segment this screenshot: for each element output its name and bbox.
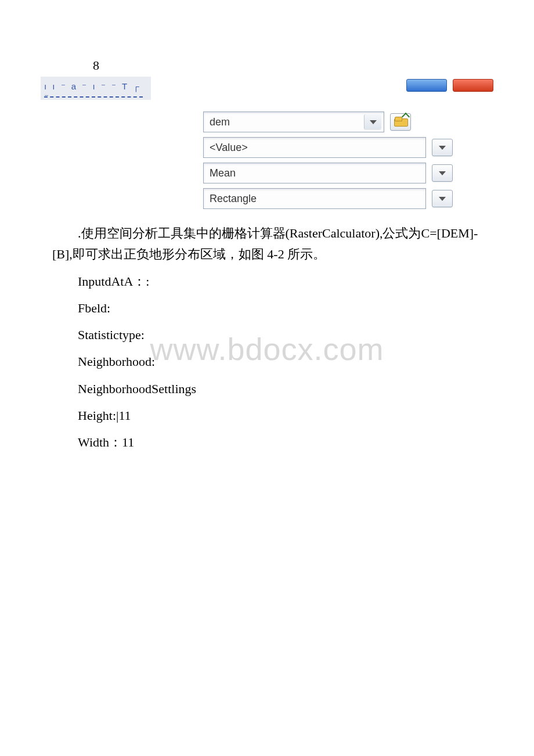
field-dropdown-button[interactable] (432, 139, 453, 156)
chevron-down-icon (439, 146, 446, 150)
input-data-row: dem (203, 111, 453, 132)
form-area: dem <Value> Mean (203, 111, 453, 209)
stat-type-row: Mean (203, 163, 453, 183)
main-paragraph: .使用空间分析工具集中的栅格计算器(RasterCalculator),公式为C… (52, 226, 478, 261)
label-width: Width：11 (52, 432, 482, 453)
field-select[interactable]: <Value> (203, 137, 426, 158)
folder-open-icon (394, 117, 407, 127)
neighborhood-select[interactable]: Rectangle (203, 188, 426, 209)
window-button-close (453, 79, 493, 92)
label-field: Fbeld: (52, 298, 482, 319)
label-list: InputdAtA：: Fbeld: Statistictype: Neighb… (52, 271, 482, 453)
left-fragment-text: ı ı ⁻ a ⁻ ı ⁻ ⁻ T ┌ ⁻ (44, 81, 151, 100)
page-number: 8 (93, 58, 482, 73)
label-stat-type: Statistictype: (52, 325, 482, 345)
page-content: 8 ı ı ⁻ a ⁻ ı ⁻ ⁻ T ┌ ⁻ dem (0, 0, 534, 494)
browse-button[interactable] (390, 113, 411, 131)
body-text: .使用空间分析工具集中的栅格计算器(RasterCalculator),公式为C… (52, 223, 482, 453)
label-neighborhood: Neighborhood: (52, 351, 482, 372)
left-image-fragment: ı ı ⁻ a ⁻ ı ⁻ ⁻ T ┌ ⁻ (41, 77, 151, 100)
window-controls-fragment (406, 77, 493, 94)
window-button-minimize (406, 79, 447, 92)
chevron-down-icon (370, 120, 377, 124)
neighborhood-value: Rectangle (210, 193, 257, 205)
chevron-down-icon (439, 171, 446, 175)
input-data-dropdown-button[interactable] (364, 114, 381, 129)
label-neighborhood-settings: NeighborhoodSettlings (52, 379, 482, 399)
chevron-down-icon (439, 197, 446, 201)
input-data-value: dem (210, 116, 230, 128)
neighborhood-row: Rectangle (203, 188, 453, 209)
label-input-data: InputdAtA：: (52, 271, 482, 292)
stat-type-value: Mean (210, 167, 236, 179)
stat-type-dropdown-button[interactable] (432, 164, 453, 182)
label-height: Height:|11 (52, 405, 482, 426)
field-value: <Value> (210, 142, 248, 154)
header-fragment-row: ı ı ⁻ a ⁻ ı ⁻ ⁻ T ┌ ⁻ (52, 77, 482, 100)
stat-type-select[interactable]: Mean (203, 163, 426, 183)
neighborhood-dropdown-button[interactable] (432, 190, 453, 207)
field-row: <Value> (203, 137, 453, 158)
input-data-field[interactable]: dem (203, 111, 384, 132)
